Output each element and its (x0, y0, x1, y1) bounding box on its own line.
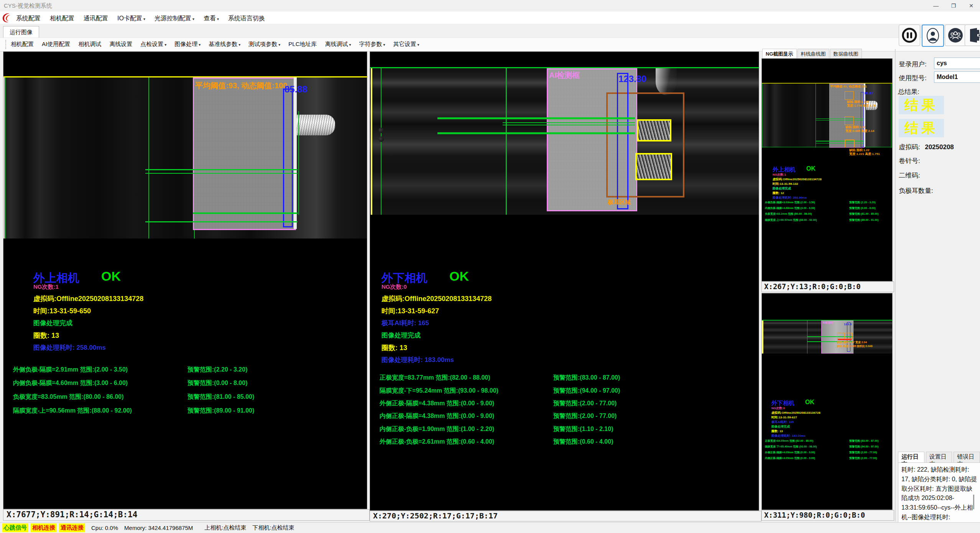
ok-badge: OK (449, 269, 469, 284)
menu-item-view[interactable]: 查看▾ (203, 12, 220, 25)
chevron-down-icon: ▾ (278, 43, 280, 47)
left-camera-image[interactable]: 平均阈值:93, 动态阈值:100 85.88 (3, 77, 367, 239)
capture-time: 时间:13-31-59-650 (33, 306, 91, 316)
menu-item-system-config[interactable]: 系统配置 (15, 12, 41, 25)
bolt-image (378, 137, 384, 142)
tool-offline-settings[interactable]: 离线设置 (109, 38, 133, 51)
tab-run-image[interactable]: 运行图像 (3, 26, 39, 38)
warn-range: 预警范围:(0.00 - 8.00) (187, 379, 247, 387)
chevron-down-icon: ▾ (418, 43, 419, 47)
right-camera-panel: AI检测框 123.80 极耳区域 外下相机 OK NG次数:0 虚拟码:Off… (370, 51, 759, 511)
ng-thumbnail-lower[interactable]: AI检测框 123.8 缺陷 面积:1.87 宽度:2.04 缺陷 高度:0.8… (761, 293, 893, 510)
result-box-upper: 结果 (899, 96, 944, 114)
loop-count: 圈数: 13 (381, 343, 407, 352)
tool-other-settings[interactable]: 其它设置▾ (393, 38, 420, 51)
status-bar: 心跳信号 相机连接 通讯连接 Cpu: 0.0% Memory: 3424.41… (0, 522, 980, 533)
warn-range: 预警范围:(2.20 - 3.20) (849, 201, 875, 204)
warn-range: 预警范围:(2.20 - 3.20) (187, 366, 247, 374)
thumb1-coord-bar: X:267;Y:13;R:0;G:0;B:0 (761, 281, 894, 292)
defect-orange-box (845, 140, 855, 148)
model-input[interactable] (934, 71, 980, 83)
cpu-text: Cpu: 0.0% (91, 525, 118, 531)
chevron-down-icon: ▾ (383, 43, 385, 47)
tool-baseline-params[interactable]: 基准线参数▾ (208, 38, 241, 51)
winding-needle-label: 卷针号: (899, 156, 920, 165)
defect-label: 宽度:0.885 高度:2.14 (845, 129, 874, 133)
measure-green-vline (506, 68, 507, 215)
film-edge-highlight (371, 68, 372, 215)
tab-region-label: 极耳区域 (608, 199, 631, 206)
measure-green-hline (816, 143, 864, 143)
camera-conn-badge: 相机连接 (31, 523, 57, 532)
measure-green-hline (437, 117, 635, 119)
pause-button[interactable] (899, 25, 920, 46)
warn-range: 预警范围:(94.00 - 97.00) (553, 387, 620, 395)
ng-count: NG次数:0 (381, 283, 407, 291)
defect-label: 宽度:1.221 高度:1.751 (849, 152, 880, 156)
tool-char-params[interactable]: 字符参数▾ (358, 38, 386, 51)
maximize-button[interactable]: ❐ (945, 0, 962, 12)
measure-green-hline (816, 120, 864, 120)
tool-spot-check-settings[interactable]: 点检设置▾ (140, 38, 167, 51)
loop-count: 圈数: 12 (773, 191, 784, 195)
login-user-input[interactable] (934, 58, 980, 69)
capture-time: 时间:13-31-59-132 (773, 182, 798, 186)
warn-range: 预警范围:(1.10 - 2.10) (553, 425, 613, 433)
virtual-code: 虚拟码:Offline20250208133134728 (381, 294, 492, 303)
tool-camera-debug[interactable]: 相机调试 (77, 38, 102, 51)
warn-range: 预警范围:(2.00 - 77.00) (553, 400, 617, 408)
menu-item-io-card-config[interactable]: IO卡配置▾ (117, 12, 146, 25)
capture-time: 时间:13-31-59-627 (771, 415, 797, 419)
measure-green-hline (145, 173, 298, 174)
comm-conn-badge: 通讯连接 (59, 523, 85, 532)
user-button[interactable] (922, 25, 944, 47)
warn-range: 预警范围:(2.00 - 77.00) (553, 412, 617, 420)
defect-yellow-box (637, 119, 671, 141)
tool-plc-address-lib[interactable]: PLC地址库 (288, 38, 317, 51)
menu-item-language-switch[interactable]: 系统语言切换 (227, 12, 266, 25)
defect-orange-box (845, 91, 854, 100)
virtual-code-value: 20250208 (925, 143, 954, 151)
process-done: 图像处理完成 (381, 331, 421, 340)
chevron-down-icon: ▾ (238, 43, 240, 47)
pause-icon (901, 27, 918, 44)
model-label: 使用型号: (899, 74, 927, 82)
warn-range: 预警范围:(89.00 - 91.00) (849, 218, 878, 222)
log-scrollbar[interactable] (973, 495, 974, 509)
user-icon (925, 27, 941, 44)
roi-pink-box (193, 77, 296, 230)
ai-box-label: AI检测框 (822, 321, 833, 325)
defect-red-line (838, 339, 852, 340)
measure-green-vline (148, 77, 149, 239)
close-button[interactable]: ✕ (962, 0, 980, 12)
tab-data-curve[interactable]: 数据曲线图 (830, 49, 862, 59)
metal-highlight (656, 68, 677, 95)
minimize-button[interactable]: — (927, 0, 945, 12)
toolbar-grip-handle[interactable] (5, 40, 7, 49)
right-camera-image[interactable]: AI检测框 123.80 极耳区域 (370, 68, 759, 215)
ok-badge: OK (101, 269, 121, 284)
tab-time-curve[interactable]: 料线曲线图 (797, 49, 829, 59)
tool-camera-config[interactable]: 相机配置 (10, 38, 35, 51)
tab-ng-capture[interactable]: NG截图显示 (762, 49, 797, 59)
users-button[interactable] (945, 25, 966, 46)
chevron-down-icon: ▾ (349, 43, 351, 47)
tool-image-processing[interactable]: 图像处理▾ (174, 38, 201, 51)
menu-item-light-control-config[interactable]: 光源控制配置▾ (154, 12, 195, 25)
tool-test-item-params[interactable]: 测试项参数▾ (248, 38, 281, 51)
warn-range: 预警范围:(81.00 - 85.00) (849, 212, 878, 216)
ok-badge: OK (806, 165, 816, 172)
exit-button[interactable] (965, 25, 980, 46)
ai-elapsed: 极耳AI耗时: 165 (381, 319, 429, 327)
ng-thumbnail-upper[interactable]: 平均阈值:93, 动态阈值:101 85.87 缺陷 面积:1.228 宽度:1… (761, 58, 893, 281)
menu-item-camera-config[interactable]: 相机配置 (49, 12, 75, 25)
blue-measure-value: 123.8 (844, 322, 852, 326)
tool-ai-usage-config[interactable]: AI使用配置 (41, 38, 71, 51)
defect-orange-box (845, 333, 852, 339)
ng-count: NG次数:1 (33, 283, 59, 291)
roi-blue-box (283, 89, 293, 227)
warn-range: 预警范围:(0.00 - 8.00) (849, 206, 875, 210)
qr-code-label: 二维码: (899, 171, 920, 180)
tool-offline-debug[interactable]: 离线调试▾ (324, 38, 352, 51)
menu-item-comm-config[interactable]: 通讯配置 (83, 12, 109, 25)
